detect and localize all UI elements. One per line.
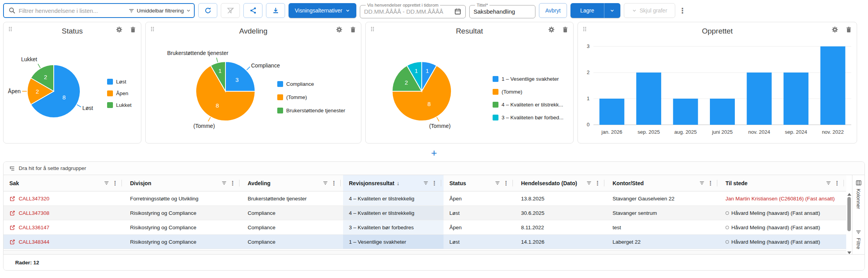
column-header-sak[interactable]: Sak⋮ bbox=[4, 175, 124, 191]
download-button[interactable] bbox=[266, 3, 285, 18]
row-group-dropzone[interactable]: Dra hit for å sette radgrupper bbox=[4, 162, 864, 175]
column-menu-icon[interactable]: ⋮ bbox=[112, 180, 118, 187]
cell-sak[interactable]: CALL336147 bbox=[4, 220, 124, 234]
cell-divisjon[interactable]: Risikostyring og Compliance bbox=[124, 235, 242, 249]
column-filter-icon[interactable] bbox=[423, 180, 429, 186]
cell-divisjon[interactable]: Risikostyring og Compliance bbox=[124, 220, 242, 234]
sak-link[interactable]: CALL347320 bbox=[9, 196, 49, 202]
cell-avdeling[interactable]: Compliance bbox=[242, 235, 343, 249]
column-menu-icon[interactable]: ⋮ bbox=[595, 180, 600, 187]
cell-avdeling[interactable]: Compliance bbox=[242, 220, 343, 234]
cell-dato[interactable]: 14.1.2026 bbox=[515, 235, 607, 249]
tab-kolonner[interactable]: Kolonner bbox=[852, 175, 864, 214]
legend-item[interactable]: (Tomme) bbox=[493, 88, 563, 96]
cell-sak[interactable]: CALL347320 bbox=[4, 191, 124, 205]
legend-item[interactable]: 3 – Kvaliteten bør forbed... bbox=[493, 114, 563, 121]
cell-kontor[interactable]: Stavanger Gauselveien 22 bbox=[607, 191, 720, 205]
table-row[interactable]: CALL336147Risikostyring og ComplianceCom… bbox=[4, 220, 846, 235]
cell-avdeling[interactable]: Brukerstøttende tjenester bbox=[242, 191, 343, 205]
scroll-up-arrow[interactable] bbox=[847, 193, 851, 196]
cell-status[interactable]: Åpen bbox=[444, 220, 515, 234]
legend-item[interactable]: Åpen bbox=[107, 90, 132, 96]
legend-item[interactable]: (Tomme) bbox=[277, 93, 345, 101]
cell-resultat[interactable]: 4 – Kvaliteten er tilstrekkelig bbox=[343, 191, 444, 205]
column-filter-icon[interactable] bbox=[699, 180, 705, 186]
search-input[interactable] bbox=[19, 7, 125, 14]
cell-tilstede[interactable]: Jan Martin Kristiansen (C260816) (Fast a… bbox=[720, 191, 846, 205]
legend-item[interactable]: Brukerstøttende tjenester bbox=[277, 106, 345, 114]
cell-tilstede[interactable]: Håvard Meling (haavard) (Fast ansatt) bbox=[720, 220, 846, 234]
column-filter-icon[interactable] bbox=[322, 180, 328, 186]
cell-status[interactable]: Løst bbox=[444, 235, 515, 249]
date-range-input[interactable] bbox=[364, 8, 454, 15]
column-menu-icon[interactable]: ⋮ bbox=[431, 180, 437, 187]
cell-status[interactable]: Åpen bbox=[444, 191, 515, 205]
column-menu-icon[interactable]: ⋮ bbox=[331, 180, 337, 187]
lagre-caret-button[interactable] bbox=[604, 3, 620, 18]
sak-link[interactable]: CALL336147 bbox=[9, 225, 49, 230]
cell-kontor[interactable]: Stavanger sentrum bbox=[607, 206, 720, 220]
avbryt-button[interactable]: Avbryt bbox=[539, 3, 567, 18]
column-header-kontor[interactable]: Kontor/Sted⋮ bbox=[607, 175, 720, 191]
column-filter-icon[interactable] bbox=[495, 180, 500, 186]
cell-resultat[interactable]: 1 – Vesentlige svakheter bbox=[343, 235, 444, 249]
sak-link[interactable]: CALL347308 bbox=[9, 210, 49, 216]
cell-dato[interactable]: 13.8.2025 bbox=[515, 191, 607, 205]
legend-item[interactable]: Løst bbox=[107, 78, 132, 85]
cell-dato[interactable]: 8.11.2022 bbox=[515, 220, 607, 234]
horizontal-scrollbar[interactable] bbox=[4, 250, 846, 254]
toolbar-kebab-menu[interactable]: ⋮ bbox=[679, 6, 686, 15]
column-menu-icon[interactable]: ⋮ bbox=[503, 180, 509, 187]
tab-filtre[interactable]: Filtre bbox=[852, 225, 864, 254]
table-row[interactable]: CALL347320Forretningsstøtte og Utvikling… bbox=[4, 191, 846, 206]
bar-4[interactable] bbox=[747, 73, 772, 125]
cell-status[interactable]: Løst bbox=[444, 206, 515, 220]
bar-2[interactable] bbox=[673, 99, 698, 125]
calendar-icon[interactable] bbox=[454, 8, 461, 15]
column-filter-icon[interactable] bbox=[826, 180, 831, 186]
refresh-button[interactable] bbox=[198, 3, 217, 18]
scrollbar-thumb[interactable] bbox=[847, 197, 851, 231]
column-filter-icon[interactable] bbox=[104, 180, 109, 186]
column-filter-icon[interactable] bbox=[586, 180, 592, 186]
table-row[interactable]: CALL348344Risikostyring og ComplianceCom… bbox=[4, 235, 846, 249]
bar-5[interactable] bbox=[783, 73, 808, 125]
column-menu-icon[interactable]: ⋮ bbox=[834, 180, 840, 187]
cell-divisjon[interactable]: Risikostyring og Compliance bbox=[124, 206, 242, 220]
column-header-status[interactable]: Status⋮ bbox=[444, 175, 515, 191]
column-menu-icon[interactable]: ⋮ bbox=[708, 180, 713, 187]
bar-3[interactable] bbox=[710, 99, 735, 125]
legend-item[interactable]: 1 – Vesentlige svakheter bbox=[493, 75, 563, 83]
cell-resultat[interactable]: 3 – Kvaliteten bør forbedres bbox=[343, 220, 444, 234]
legend-item[interactable]: Lukket bbox=[107, 102, 132, 108]
column-filter-icon[interactable] bbox=[221, 180, 227, 186]
column-header-divisjon[interactable]: Divisjon⋮ bbox=[124, 175, 242, 191]
column-header-resultat[interactable]: Revisjonsresultat↓⋮ bbox=[343, 175, 444, 191]
bar-1[interactable] bbox=[636, 73, 661, 125]
share-button[interactable] bbox=[243, 3, 262, 18]
cell-resultat[interactable]: 4 – Kvaliteten er tilstrekkelig bbox=[343, 206, 444, 220]
cell-kontor[interactable]: Laberget 22 bbox=[607, 235, 720, 249]
legend-item[interactable]: 4 – Kvaliteten er tilstrekk... bbox=[493, 101, 563, 108]
add-chart-button[interactable]: + bbox=[427, 147, 441, 159]
cell-divisjon[interactable]: Forretningsstøtte og Utvikling bbox=[124, 191, 242, 205]
cell-dato[interactable]: 30.6.2025 bbox=[515, 206, 607, 220]
table-row[interactable]: CALL347308Risikostyring og ComplianceCom… bbox=[4, 206, 846, 220]
column-menu-icon[interactable]: ⋮ bbox=[230, 180, 236, 187]
filter-mode-select[interactable]: Umiddelbar filtrering bbox=[129, 8, 191, 14]
sak-link[interactable]: CALL348344 bbox=[9, 239, 49, 245]
bar-0[interactable] bbox=[599, 99, 624, 125]
visningsalternativer-button[interactable]: Visningsalternativer bbox=[289, 3, 356, 18]
cell-tilstede[interactable]: Håvard Meling (haavard) (Fast ansatt) bbox=[720, 235, 846, 249]
tittel-input[interactable] bbox=[474, 8, 531, 15]
cell-avdeling[interactable]: Compliance bbox=[242, 206, 343, 220]
legend-item[interactable]: Compliance bbox=[277, 80, 345, 88]
clear-filter-button[interactable] bbox=[221, 3, 240, 18]
cell-tilstede[interactable]: Håvard Meling (haavard) (Fast ansatt) bbox=[720, 206, 846, 220]
column-header-dato[interactable]: Hendelsesdato (Dato)⋮ bbox=[515, 175, 607, 191]
cell-sak[interactable]: CALL347308 bbox=[4, 206, 124, 220]
scroll-down-arrow[interactable] bbox=[847, 251, 851, 254]
pie-slice-0[interactable] bbox=[225, 62, 255, 91]
column-header-tilstede[interactable]: Til stede⋮ bbox=[720, 175, 846, 191]
column-header-avdeling[interactable]: Avdeling⋮ bbox=[242, 175, 343, 191]
